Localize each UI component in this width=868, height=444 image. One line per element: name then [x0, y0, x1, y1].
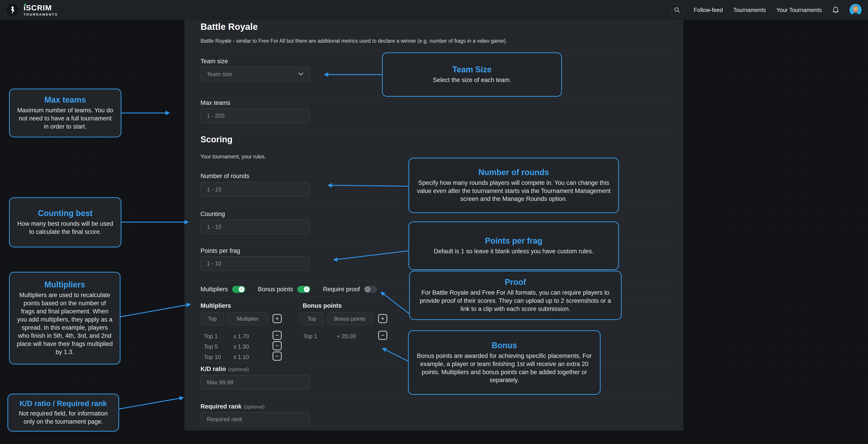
- bonus-points-toggle-label: Bonus points: [258, 286, 293, 293]
- callout-body: Bonus points are awarded for achieving s…: [415, 352, 593, 385]
- multipliers-add-button[interactable]: +: [273, 314, 282, 323]
- chevron-down-icon: [298, 72, 303, 76]
- minus-icon: −: [275, 332, 279, 339]
- multiplier-row-place: Top 5: [204, 344, 218, 350]
- kd-ratio-optional: (optional): [228, 367, 249, 372]
- divider: [200, 98, 675, 98]
- callout-body: Default is 1 so leave it blank unless yo…: [434, 247, 594, 256]
- callout-body: Multipliers are used to recalculate poin…: [17, 291, 113, 356]
- required-rank-input[interactable]: [200, 412, 310, 426]
- navbar-actions: Follow-feed Tournaments Your Tournaments: [671, 4, 862, 16]
- minus-icon: −: [381, 332, 384, 339]
- bonus-points-toggle[interactable]: ✓: [297, 286, 310, 293]
- multipliers-table-title: Multipliers: [200, 302, 231, 309]
- kd-ratio-input[interactable]: [200, 375, 310, 389]
- callout-title: Max teams: [44, 95, 86, 105]
- kd-ratio-label: K/D ratio(optional): [200, 366, 249, 373]
- team-size-label: Team size: [200, 58, 228, 65]
- callout-body: For Battle Royale and Free For All forma…: [416, 289, 614, 313]
- search-button[interactable]: [671, 4, 683, 16]
- callout-title: K/D ratio / Required rank: [20, 399, 107, 408]
- nav-link-follow-feed[interactable]: Follow-feed: [694, 7, 723, 13]
- multiplier-row-place: Top 10: [204, 354, 221, 360]
- multiplier-row-remove-button[interactable]: −: [273, 341, 282, 350]
- points-per-frag-label: Points per frag: [200, 247, 240, 254]
- callout-title: Team Size: [452, 65, 491, 74]
- multiplier-row-remove-button[interactable]: −: [273, 352, 282, 360]
- connector-line: [119, 398, 183, 409]
- format-description: Battle Royale - similar to Free For All …: [200, 38, 507, 44]
- logo-subtitle: TOURNAMENTS: [24, 13, 58, 16]
- callout-title: Bonus: [492, 341, 517, 350]
- callout-proof: Proof For Battle Royale and Free For All…: [409, 271, 622, 320]
- bonus-row-place: Top 1: [303, 333, 317, 340]
- nav-link-tournaments[interactable]: Tournaments: [733, 7, 766, 13]
- avatar[interactable]: [849, 4, 862, 16]
- callout-max-teams: Max teams Maximum number of teams. You d…: [9, 89, 121, 137]
- callout-team-size: Team Size Select the size of each team.: [382, 53, 562, 97]
- bonus-add-button[interactable]: +: [378, 314, 387, 323]
- notifications-button[interactable]: [832, 6, 839, 13]
- number-of-rounds-input[interactable]: [200, 182, 310, 197]
- multipliers-toggle-label: Multipliers: [200, 286, 228, 293]
- callout-title: Multipliers: [44, 280, 85, 289]
- counting-label: Counting: [200, 211, 225, 218]
- minus-icon: −: [275, 353, 279, 359]
- callout-body: How many best rounds will be used to cal…: [17, 220, 114, 236]
- callout-body: Select the size of each team.: [433, 76, 511, 84]
- page-title: Battle Royale: [200, 22, 258, 32]
- multiplier-row-value: x 1.10: [234, 354, 249, 360]
- points-per-frag-input[interactable]: [200, 256, 310, 271]
- kd-ratio-label-text: K/D ratio: [200, 366, 226, 372]
- callout-title: Proof: [505, 278, 526, 287]
- required-rank-optional: (optional): [244, 404, 265, 410]
- multipliers-top-input[interactable]: [200, 312, 224, 325]
- require-proof-toggle[interactable]: ✕: [364, 286, 377, 293]
- bonus-top-input[interactable]: [300, 312, 324, 325]
- callout-body: Not required field, for information only…: [13, 410, 114, 426]
- multipliers-toggle[interactable]: ✓: [232, 286, 245, 293]
- team-size-select-value: Team size: [207, 71, 232, 77]
- multipliers-value-input[interactable]: [228, 312, 268, 325]
- multiplier-row-remove-button[interactable]: −: [273, 331, 282, 340]
- bell-icon: [832, 6, 839, 13]
- divider: [200, 131, 675, 131]
- search-icon: [674, 7, 680, 13]
- plus-icon: +: [275, 315, 279, 322]
- multiplier-row-value: x 1.70: [234, 333, 249, 340]
- minus-icon: −: [275, 342, 279, 349]
- bonus-value-input[interactable]: [327, 312, 372, 325]
- callout-kd-required-rank: K/D ratio / Required rank Not required f…: [7, 393, 119, 432]
- callout-points-per-frag: Points per frag Default is 1 so leave it…: [408, 221, 619, 270]
- bonus-row-remove-button[interactable]: −: [378, 331, 387, 340]
- number-of-rounds-label: Number of rounds: [200, 172, 249, 180]
- divider: [200, 398, 675, 399]
- x-icon: ✕: [365, 286, 370, 292]
- require-proof-toggle-label: Require proof: [323, 286, 360, 293]
- scoring-subtitle: Your tournament, your rules.: [200, 154, 266, 160]
- logo-green-dot: [24, 4, 26, 6]
- scoring-section-title: Scoring: [200, 135, 232, 145]
- callout-bonus: Bonus Bonus points are awarded for achie…: [408, 330, 600, 395]
- divider: [200, 51, 675, 51]
- toggles-row: Multipliers ✓ Bonus points ✓ Require pro…: [200, 285, 377, 294]
- multiplier-row-value: x 1.30: [234, 344, 249, 350]
- logo-flame-icon: [6, 4, 19, 16]
- counting-input[interactable]: [200, 220, 310, 234]
- callout-title: Counting best: [38, 209, 93, 218]
- nav-link-your-tournaments[interactable]: Your Tournaments: [776, 7, 822, 13]
- max-teams-label: Max teams: [200, 99, 230, 106]
- team-size-select[interactable]: Team size: [200, 67, 310, 81]
- callout-title: Number of rounds: [478, 168, 549, 177]
- page: iSCRIM TOURNAMENTS Follow-feed Tournamen…: [0, 0, 868, 444]
- multiplier-row-place: Top 1: [204, 333, 218, 340]
- callout-body: Maximum number of teams. You do not need…: [17, 106, 114, 131]
- bonus-row-value: + 20.00: [337, 333, 356, 340]
- required-rank-label: Required rank(optional): [200, 403, 265, 410]
- logo[interactable]: iSCRIM TOURNAMENTS: [6, 4, 58, 16]
- plus-icon: +: [381, 315, 384, 322]
- check-icon: ✓: [239, 286, 244, 292]
- logo-text: iSCRIM TOURNAMENTS: [24, 4, 58, 16]
- callout-multipliers: Multipliers Multipliers are used to reca…: [9, 272, 121, 364]
- max-teams-input[interactable]: [200, 108, 310, 123]
